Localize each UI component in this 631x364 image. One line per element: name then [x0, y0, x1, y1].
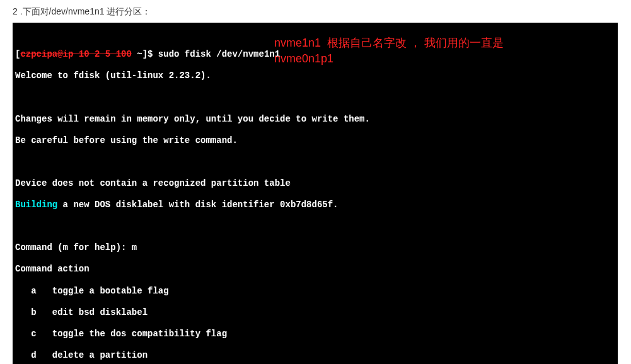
- blank-line: [15, 92, 614, 103]
- device-line: Device does not contain a recognized par…: [15, 178, 614, 189]
- prompt-suffix: ~]$: [132, 49, 158, 59]
- cmd-action-header: Command action: [15, 264, 614, 275]
- annotation-line1: nvme1n1 根据自己名字改 ， 我们用的一直是: [274, 37, 504, 49]
- building-line: Building a new DOS disklabel with disk i…: [15, 200, 614, 210]
- action-a: a toggle a bootable flag: [15, 286, 614, 297]
- building-rest: a new DOS disklabel with disk identifier…: [57, 200, 338, 210]
- careful-line: Be careful before using the write comman…: [15, 135, 614, 146]
- action-b: b edit bsd disklabel: [15, 307, 614, 318]
- action-c: c toggle the dos compatibility flag: [15, 329, 614, 339]
- building-word: Building: [15, 200, 57, 210]
- welcome-line: Welcome to fdisk (util-linux 2.23.2).: [15, 71, 614, 81]
- blank-line: [15, 221, 614, 232]
- changes-line: Changes will remain in memory only, unti…: [15, 114, 614, 125]
- command-text: sudo fdisk /dev/nvme1n1: [158, 49, 280, 59]
- cmd-prompt-m: Command (m for help): m: [15, 242, 614, 253]
- red-annotation: nvme1n1 根据自己名字改 ， 我们用的一直是 nvme0n1p1: [274, 35, 504, 67]
- caption-text: 2 .下面对/dev/nvme1n1 进行分区：: [13, 6, 618, 18]
- annotation-line2: nvme0n1p1: [274, 52, 333, 65]
- blank-line: [15, 157, 614, 168]
- terminal-window: nvme1n1 根据自己名字改 ， 我们用的一直是 nvme0n1p1 [czp…: [13, 23, 618, 364]
- struck-user: czpcipa@ip 10 2 5 100: [20, 49, 131, 59]
- action-d: d delete a partition: [15, 350, 614, 361]
